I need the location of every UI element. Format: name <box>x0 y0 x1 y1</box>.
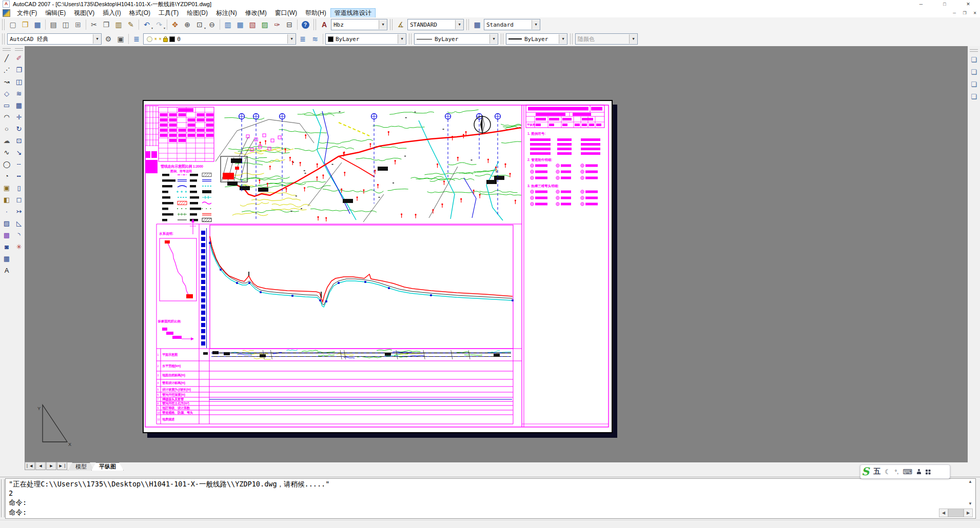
properties-icon[interactable]: ▥ <box>222 18 234 31</box>
menu-item-视图[interactable]: 视图(V) <box>70 9 99 17</box>
paste-icon[interactable]: ▥ <box>112 18 125 31</box>
table-style-combo[interactable]: Standard▼ <box>484 19 540 30</box>
chevron-down-icon[interactable]: ▼ <box>532 20 540 29</box>
chevron-down-icon[interactable]: ▼ <box>455 20 463 29</box>
break-at-point-icon[interactable]: ▯ <box>13 182 25 194</box>
toolbar-grip[interactable] <box>390 19 393 30</box>
chamfer-icon[interactable]: ◺ <box>13 217 25 229</box>
multiline-text-icon[interactable]: A <box>1 265 12 276</box>
drawing-canvas[interactable]: 管线走向示意图比例 1:2000图例、符号说明水系说明:纵断面间距比例:1平面示… <box>25 46 968 462</box>
chevron-down-icon[interactable]: ▼ <box>93 34 101 44</box>
offset-icon[interactable]: ≋ <box>13 88 25 99</box>
workspace-settings-icon[interactable]: ⚙ <box>102 33 114 45</box>
mirror-icon[interactable]: ◫ <box>13 76 25 88</box>
punctuation-icon[interactable]: °, <box>895 469 898 475</box>
menu-item-修改[interactable]: 修改(M) <box>241 9 271 17</box>
fillet-icon[interactable]: ◝ <box>13 229 25 241</box>
table-icon[interactable]: ▦ <box>1 253 12 265</box>
tab-prev-button[interactable]: ◀ <box>35 462 46 470</box>
region-icon[interactable]: ◙ <box>1 241 12 253</box>
person-icon[interactable] <box>916 469 922 474</box>
point-icon[interactable]: ∙ <box>1 206 12 217</box>
text-style-icon[interactable]: A <box>318 18 330 31</box>
maximize-button[interactable]: □ <box>933 0 956 8</box>
ellipse-icon[interactable]: ◯ <box>1 158 12 170</box>
zoom-realtime-icon[interactable]: ⊕ <box>181 18 193 31</box>
explode-icon[interactable]: ✳ <box>13 241 25 253</box>
quickcalc-icon[interactable]: ⊟ <box>283 18 296 31</box>
rectangle-icon[interactable]: ▭ <box>1 99 12 111</box>
viewport-icon-3[interactable]: ❏ <box>969 78 979 90</box>
gradient-icon[interactable]: ▩ <box>1 229 12 241</box>
plot-preview-icon[interactable]: ◫ <box>60 18 72 31</box>
menu-item-文件[interactable]: 文件(F) <box>13 9 41 17</box>
make-block-icon[interactable]: ◧ <box>1 194 12 206</box>
circle-icon[interactable]: ○ <box>1 123 12 135</box>
toolbar-grip[interactable] <box>409 33 411 45</box>
chevron-down-icon[interactable]: ▼ <box>559 34 567 44</box>
command-input[interactable]: 命令: <box>5 507 976 519</box>
mdi-close-button[interactable]: ✕ <box>970 9 980 16</box>
table-style-icon[interactable]: ▦ <box>471 18 483 31</box>
toolbar-grip[interactable] <box>501 33 503 45</box>
toolbar-grip[interactable] <box>15 48 23 51</box>
polygon-icon[interactable]: ◇ <box>1 88 12 99</box>
spline-icon[interactable]: ∿ <box>1 147 12 158</box>
layer-previous-icon[interactable]: ≣ <box>297 33 309 45</box>
lineweight-combo[interactable]: ByLayer▼ <box>506 33 567 45</box>
layer-combo[interactable]: ☀ ☀ 0 ▼ <box>143 33 296 45</box>
zoom-window-icon[interactable]: ⊡▾ <box>193 18 206 31</box>
copy-object-icon[interactable]: ❐ <box>13 64 25 76</box>
join-icon[interactable]: ↣ <box>13 206 25 217</box>
layer-freeze-icon[interactable]: ☀ <box>154 36 158 43</box>
plot-icon[interactable]: ▤ <box>47 18 60 31</box>
layer-lock-icon[interactable] <box>163 38 168 42</box>
scroll-right-icon[interactable]: ▶ <box>964 509 973 517</box>
toolbar-grip[interactable] <box>3 48 11 51</box>
menu-item-标注[interactable]: 标注(N) <box>212 9 241 17</box>
publish-icon[interactable]: ⊞ <box>72 18 84 31</box>
erase-icon[interactable]: ✐ <box>13 52 25 64</box>
sogou-logo-icon[interactable]: S <box>861 466 869 477</box>
toolbar-grip[interactable] <box>2 33 5 45</box>
command-hscroll[interactable]: ◀ ▶ <box>939 509 973 517</box>
menu-item-帮助[interactable]: 帮助(H) <box>301 9 330 17</box>
help-icon[interactable]: ? <box>299 18 311 31</box>
chevron-down-icon[interactable]: ▼ <box>287 34 296 44</box>
ellipse-arc-icon[interactable]: ◔ <box>1 170 12 182</box>
cut-icon[interactable]: ✂ <box>88 18 100 31</box>
construction-line-icon[interactable]: ⋰ <box>1 64 12 76</box>
layer-states-manager-icon[interactable]: ≋ <box>309 33 321 45</box>
menu-item-工具[interactable]: 工具(T) <box>154 9 183 17</box>
mdi-restore-button[interactable]: ❐ <box>959 9 970 16</box>
trim-icon[interactable]: ╌ <box>13 158 25 170</box>
scale-icon[interactable]: ⊡ <box>13 135 25 147</box>
toolbar-grip[interactable] <box>970 49 978 52</box>
tab-平纵图[interactable]: 平纵图 <box>91 462 124 471</box>
new-file-icon[interactable]: ▢ <box>7 18 19 31</box>
scroll-up-icon[interactable]: ▲ <box>968 479 972 484</box>
polyline-icon[interactable]: ↝ <box>1 76 12 88</box>
line-icon[interactable]: ╱ <box>1 52 12 64</box>
tab-模型[interactable]: 模型 <box>68 462 94 471</box>
save-icon[interactable]: ▦ <box>31 18 44 31</box>
menu-item-编辑[interactable]: 编辑(E) <box>41 9 70 17</box>
hatch-icon[interactable]: ▨ <box>1 217 12 229</box>
save-workspace-icon[interactable]: ▣ <box>114 33 127 45</box>
menu-item-绘图[interactable]: 绘图(D) <box>183 9 212 17</box>
scroll-thumb[interactable] <box>948 509 964 517</box>
copy-clip-icon[interactable]: ❐ <box>100 18 112 31</box>
revision-cloud-icon[interactable]: ☁ <box>1 135 12 147</box>
toolbar-grip[interactable] <box>313 19 316 30</box>
drawing-sheet[interactable]: 管线走向示意图比例 1:2000图例、符号说明水系说明:纵断面间距比例:1平面示… <box>143 100 613 433</box>
tab-next-button[interactable]: ▶ <box>46 462 56 470</box>
zoom-previous-icon[interactable]: ⊖ <box>206 18 218 31</box>
layer-on-icon[interactable] <box>147 36 152 42</box>
menu-item-插入[interactable]: 插入(I) <box>99 9 125 17</box>
sheet-set-manager-icon[interactable]: ▨ <box>259 18 271 31</box>
undo-icon[interactable]: ↶▾ <box>141 18 153 31</box>
arc-icon[interactable]: ◠ <box>1 111 12 123</box>
break-icon[interactable]: ◻ <box>13 194 25 206</box>
grid-icon[interactable] <box>926 469 930 474</box>
chevron-down-icon[interactable]: ▼ <box>489 34 498 44</box>
